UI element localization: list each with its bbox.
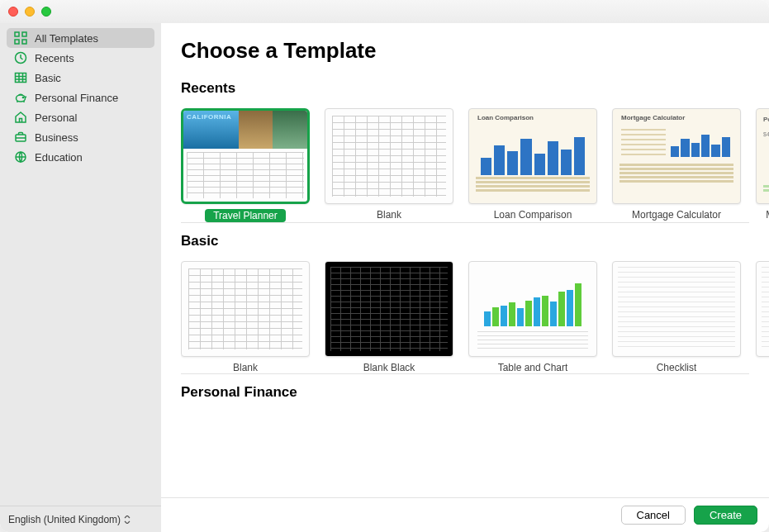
- section-title: Recents: [181, 80, 769, 97]
- template-thumbnail: [468, 261, 597, 357]
- sidebar-item-label: Personal Finance: [35, 92, 118, 104]
- close-window-button[interactable]: [8, 7, 18, 17]
- template-item[interactable]: Mortgage CalculatorMortgage Calculator: [612, 108, 741, 222]
- minimize-window-button[interactable]: [25, 7, 35, 17]
- template-scroll[interactable]: RecentsTravel PlannerBlankLoan Compariso…: [161, 70, 769, 497]
- sidebar-item-basic[interactable]: Basic: [7, 68, 154, 88]
- section-divider: [181, 373, 749, 374]
- template-item[interactable]: Blank Black: [325, 261, 453, 373]
- house-icon: [13, 110, 28, 125]
- content-header: Choose a Template: [161, 23, 769, 70]
- page-title: Choose a Template: [181, 38, 749, 64]
- clock-icon: [13, 50, 28, 65]
- template-thumbnail: [612, 261, 741, 357]
- template-item[interactable]: Portfolio$4816.00My Stocks: [756, 108, 769, 222]
- create-button[interactable]: Create: [694, 506, 757, 525]
- window-controls: [8, 7, 51, 17]
- template-row: BlankBlank BlackTable and ChartChecklist…: [181, 261, 769, 373]
- sidebar-item-label: Education: [35, 151, 83, 164]
- zoom-window-button[interactable]: [41, 7, 51, 17]
- template-label: Mortgage Calculator: [632, 209, 721, 221]
- template-thumbnail: Loan Comparison: [468, 108, 597, 204]
- template-item[interactable]: Blank: [325, 108, 453, 222]
- language-picker[interactable]: English (United Kingdom): [0, 506, 161, 532]
- template-thumbnail: Mortgage Calculator: [612, 108, 741, 204]
- sidebar-item-label: Business: [35, 131, 78, 144]
- sidebar-item-label: Recents: [35, 52, 74, 64]
- section-divider: [181, 222, 749, 223]
- updown-chevron-icon: [124, 515, 131, 524]
- template-item[interactable]: Checklist: [612, 261, 741, 373]
- template-label: Table and Chart: [498, 362, 568, 373]
- svg-rect-5: [16, 74, 26, 83]
- template-row: Travel PlannerBlankLoan ComparisonLoan C…: [181, 108, 769, 222]
- main-area: All TemplatesRecentsBasicPersonal Financ…: [0, 23, 769, 532]
- sidebar-item-label: All Templates: [35, 32, 98, 45]
- svg-rect-3: [22, 40, 26, 44]
- sidebar-item-label: Personal: [35, 112, 77, 124]
- svg-rect-2: [15, 40, 19, 44]
- template-item[interactable]: Loan ComparisonLoan Comparison: [468, 108, 597, 222]
- briefcase-icon: [13, 130, 28, 145]
- footer: Cancel Create: [161, 497, 769, 532]
- sidebar-item-label: Basic: [35, 72, 61, 84]
- table-icon: [13, 70, 28, 85]
- template-thumbnail: [181, 261, 310, 357]
- svg-rect-1: [22, 32, 26, 36]
- language-label: English (United Kingdom): [8, 514, 121, 525]
- section-title: Basic: [181, 233, 769, 249]
- template-label: Loan Comparison: [494, 209, 572, 221]
- sidebar-item-business[interactable]: Business: [7, 127, 154, 147]
- sidebar-item-all-templates[interactable]: All Templates: [7, 28, 154, 48]
- sidebar-item-education[interactable]: Education: [7, 147, 154, 167]
- template-label: Checklist: [657, 362, 697, 373]
- template-label: Travel Planner: [205, 209, 286, 222]
- template-label: Blank: [377, 209, 401, 221]
- template-thumbnail: [181, 108, 310, 204]
- template-label: Blank: [233, 362, 258, 373]
- sidebar: All TemplatesRecentsBasicPersonal Financ…: [0, 23, 161, 532]
- sidebar-item-recents[interactable]: Recents: [7, 48, 154, 68]
- template-thumbnail: Portfolio$4816.00: [756, 108, 769, 204]
- sidebar-list: All TemplatesRecentsBasicPersonal Financ…: [0, 23, 161, 506]
- svg-rect-0: [15, 32, 19, 36]
- template-thumbnail: [756, 261, 769, 357]
- sidebar-item-personal[interactable]: Personal: [7, 107, 154, 127]
- template-item[interactable]: Travel Planner: [181, 108, 310, 222]
- piggybank-icon: [13, 90, 28, 105]
- template-thumbnail: [325, 108, 453, 204]
- globe-icon: [13, 150, 28, 164]
- template-item[interactable]: Table and Chart: [468, 261, 597, 373]
- template-label: My Stocks: [766, 209, 769, 221]
- template-item[interactable]: Checklist: [756, 261, 769, 373]
- svg-point-7: [22, 97, 23, 97]
- section-title: Personal Finance: [181, 384, 769, 401]
- template-item[interactable]: Blank: [181, 261, 310, 373]
- content-pane: Choose a Template RecentsTravel PlannerB…: [161, 23, 769, 532]
- template-label: Blank Black: [363, 362, 415, 373]
- grid-icon: [13, 31, 28, 45]
- sidebar-item-personal-finance[interactable]: Personal Finance: [7, 88, 154, 107]
- window-titlebar: [0, 0, 769, 23]
- cancel-button[interactable]: Cancel: [621, 506, 686, 525]
- template-thumbnail: [325, 261, 453, 357]
